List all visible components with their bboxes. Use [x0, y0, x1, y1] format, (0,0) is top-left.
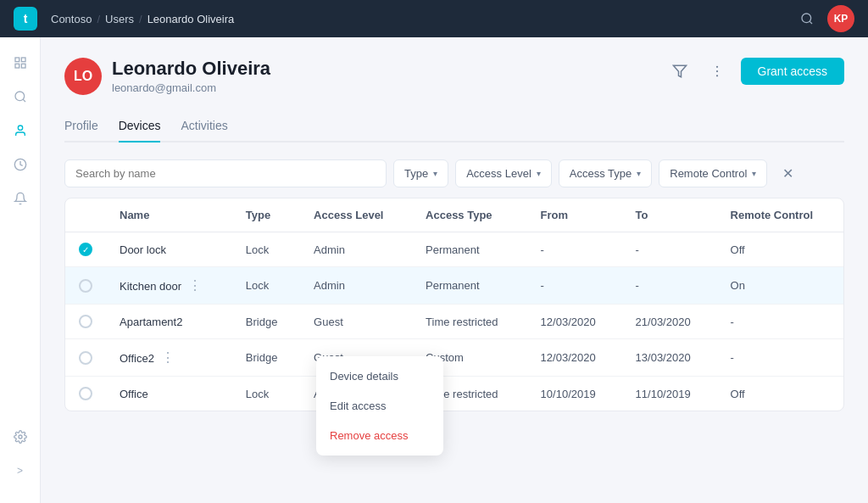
- access-level-chevron: ▾: [537, 169, 541, 178]
- cell-from: -: [527, 267, 622, 305]
- sidebar: >: [0, 37, 41, 503]
- svg-rect-3: [15, 64, 19, 68]
- user-header: LO Leonardo Oliveira leonardo@gmail.com …: [64, 58, 844, 95]
- row-checkbox[interactable]: [79, 351, 92, 365]
- svg-point-5: [15, 92, 25, 101]
- more-options-icon[interactable]: [704, 58, 731, 85]
- main-content: LO Leonardo Oliveira leonardo@gmail.com …: [41, 37, 868, 503]
- type-filter[interactable]: Type ▾: [393, 159, 448, 187]
- col-remote-control: Remote Control: [717, 198, 843, 232]
- breadcrumb-users[interactable]: Users: [105, 13, 134, 25]
- svg-point-6: [18, 126, 22, 130]
- context-menu-item[interactable]: Device details: [316, 361, 443, 391]
- col-type: Type: [232, 198, 300, 232]
- table-row: OfficeLockAdminTime restricted10/10/2019…: [65, 377, 843, 411]
- breadcrumb-contoso[interactable]: Contoso: [51, 13, 92, 25]
- col-access-type: Access Type: [412, 198, 527, 232]
- svg-rect-2: [21, 58, 25, 62]
- svg-point-8: [19, 435, 22, 439]
- table-row: Kitchen door⋮LockAdminPermanent--On: [65, 267, 843, 305]
- device-name: Office: [120, 388, 148, 400]
- cell-access-level: Admin: [300, 267, 412, 305]
- tab-devices[interactable]: Devices: [119, 112, 161, 143]
- svg-point-0: [802, 14, 811, 23]
- col-name: Name: [106, 198, 232, 232]
- row-checkbox[interactable]: [79, 315, 92, 328]
- cell-remote-control: Off: [717, 232, 843, 267]
- device-name: Door lock: [120, 243, 166, 256]
- remote-control-chevron: ▾: [752, 169, 756, 178]
- cell-access-level: Admin: [300, 232, 412, 267]
- cell-from: 10/10/2019: [527, 377, 622, 411]
- cell-access-type: Permanent: [412, 232, 527, 267]
- breadcrumb: Contoso / Users / Leonardo Oliveira: [51, 13, 234, 25]
- cell-type: Lock: [232, 232, 300, 267]
- cell-type: Bridge: [232, 339, 300, 377]
- cell-access-type: Time restricted: [412, 305, 527, 339]
- cell-remote-control: Off: [717, 377, 843, 411]
- topnav: t Contoso / Users / Leonardo Oliveira KP: [0, 0, 868, 37]
- row-checkbox[interactable]: [79, 387, 92, 400]
- row-more-icon[interactable]: ⋮: [188, 278, 202, 293]
- row-checkbox[interactable]: [79, 243, 92, 256]
- svg-rect-4: [21, 64, 25, 68]
- sidebar-icon-grid[interactable]: [5, 48, 36, 78]
- type-filter-chevron: ▾: [433, 169, 437, 178]
- cell-to: 13/03/2020: [622, 339, 717, 377]
- cell-remote-control: On: [717, 267, 843, 305]
- col-checkbox: [65, 198, 106, 232]
- cell-from: -: [527, 232, 622, 267]
- cell-to: -: [622, 267, 717, 305]
- filters-row: Type ▾ Access Level ▾ Access Type ▾ Remo…: [64, 159, 844, 187]
- device-name: Office2: [120, 352, 154, 365]
- cell-access-level: Guest: [300, 305, 412, 339]
- svg-marker-9: [673, 65, 686, 77]
- table-row: Apartament2BridgeGuestTime restricted12/…: [65, 305, 843, 339]
- cell-type: Bridge: [232, 305, 300, 339]
- table-row: Door lockLockAdminPermanent--Off: [65, 232, 843, 267]
- context-menu-item[interactable]: Edit access: [316, 391, 443, 421]
- filter-icon[interactable]: [666, 58, 693, 85]
- grant-access-button[interactable]: Grant access: [741, 58, 844, 85]
- sidebar-icon-search[interactable]: [5, 81, 36, 112]
- devices-table: Name Type Access Level Access Type From …: [64, 198, 844, 411]
- cell-from: 12/03/2020: [527, 339, 622, 377]
- context-menu-item[interactable]: Remove access: [316, 421, 443, 450]
- context-menu: Device detailsEdit accessRemove access: [316, 356, 443, 455]
- cell-remote-control: -: [717, 305, 843, 339]
- device-name: Kitchen door: [120, 280, 181, 293]
- device-name: Apartament2: [120, 316, 182, 328]
- user-avatar-topnav[interactable]: KP: [827, 5, 854, 32]
- tab-activities[interactable]: Activities: [181, 112, 227, 143]
- tab-profile[interactable]: Profile: [64, 112, 98, 143]
- row-more-icon[interactable]: ⋮: [161, 350, 175, 365]
- remote-control-filter[interactable]: Remote Control ▾: [659, 159, 767, 187]
- sidebar-icon-person[interactable]: [5, 115, 36, 146]
- clear-filters-button[interactable]: ✕: [774, 160, 801, 187]
- svg-point-10: [715, 66, 717, 68]
- user-avatar: LO: [64, 58, 102, 95]
- sidebar-icon-bell[interactable]: [5, 183, 36, 214]
- tabs: Profile Devices Activities: [64, 112, 844, 143]
- cell-access-type: Permanent: [412, 267, 527, 305]
- search-input[interactable]: [64, 159, 387, 187]
- access-level-filter[interactable]: Access Level ▾: [455, 159, 552, 187]
- breadcrumb-sep1: /: [97, 13, 100, 25]
- table-row: Office2⋮Device detailsEdit accessRemove …: [65, 339, 843, 377]
- user-email: leonardo@gmail.com: [112, 81, 270, 94]
- sidebar-icon-settings[interactable]: [5, 422, 36, 452]
- svg-point-12: [715, 75, 717, 76]
- access-type-filter[interactable]: Access Type ▾: [559, 159, 652, 187]
- app-logo: t: [14, 7, 37, 31]
- user-name: Leonardo Oliveira: [112, 58, 270, 80]
- col-from: From: [527, 198, 622, 232]
- user-actions: Grant access: [666, 58, 844, 85]
- col-access-level: Access Level: [300, 198, 412, 232]
- user-info: Leonardo Oliveira leonardo@gmail.com: [112, 58, 270, 94]
- row-checkbox[interactable]: [79, 279, 92, 293]
- col-to: To: [622, 198, 717, 232]
- cell-from: 12/03/2020: [527, 305, 622, 339]
- sidebar-expand-button[interactable]: >: [5, 455, 36, 486]
- topnav-search-icon[interactable]: [793, 5, 821, 32]
- sidebar-icon-clock[interactable]: [5, 149, 36, 180]
